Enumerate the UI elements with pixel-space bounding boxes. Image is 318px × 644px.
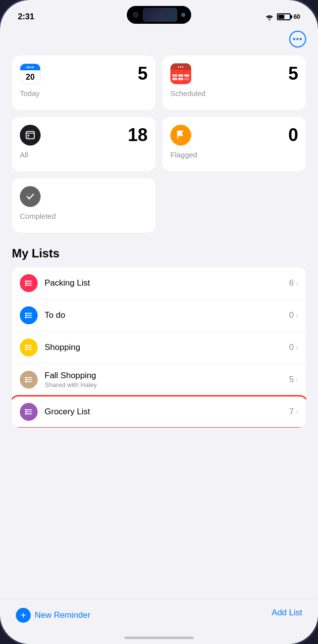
front-camera <box>133 12 139 18</box>
svg-point-31 <box>25 409 27 410</box>
grocery-list-wrapper: Grocery List 7 › <box>12 396 306 428</box>
shopping-list-info: Shopping <box>45 343 289 352</box>
flagged-count: 0 <box>288 126 298 144</box>
packing-list-right: 6 › <box>289 278 298 288</box>
scheduled-card[interactable]: ●●● <box>162 55 306 110</box>
empty-space <box>162 178 306 233</box>
shopping-list-chevron-icon: › <box>296 344 298 351</box>
completed-card-header <box>20 186 148 207</box>
list-item[interactable]: To do 0 › <box>12 299 306 332</box>
svg-point-2 <box>28 135 30 137</box>
battery-level: 60 <box>294 13 300 20</box>
fall-shopping-icon <box>20 371 38 389</box>
more-dots-icon: ••• <box>293 35 303 43</box>
todo-list-icon <box>20 306 38 324</box>
list-item[interactable]: Fall Shopping Shared with Haley 5 › <box>12 364 306 396</box>
phone-frame: 2:31 60 <box>0 0 318 644</box>
scheduled-card-header: ●●● <box>170 63 298 84</box>
scheduled-icon: ●●● <box>170 63 191 84</box>
fall-shopping-count: 5 <box>289 375 294 385</box>
fall-shopping-name: Fall Shopping <box>45 371 289 381</box>
todo-list-name: To do <box>45 310 289 320</box>
status-bar: 2:31 60 <box>0 0 318 27</box>
today-card[interactable]: MON 20 5 Today <box>12 55 156 110</box>
grocery-list-item[interactable]: Grocery List 7 › <box>12 396 306 428</box>
my-lists-title: My Lists <box>12 247 306 260</box>
flagged-card-header: 0 <box>170 125 298 146</box>
today-icon: MON 20 <box>20 63 41 84</box>
todo-list-right: 0 › <box>289 310 298 320</box>
status-time: 2:31 <box>18 12 34 22</box>
grocery-list-name: Grocery List <box>45 407 289 417</box>
more-button[interactable]: ••• <box>289 31 306 48</box>
main-content: ••• MON 20 <box>0 27 318 599</box>
summary-cards-grid: MON 20 5 Today <box>12 55 306 171</box>
fall-shopping-right: 5 › <box>289 375 298 385</box>
wifi-icon <box>265 13 274 20</box>
add-list-button[interactable]: Add List <box>272 608 302 618</box>
scheduled-label: Scheduled <box>170 89 298 98</box>
fall-shopping-subtitle: Shared with Haley <box>45 381 289 389</box>
today-label: Today <box>20 89 148 98</box>
new-reminder-label: New Reminder <box>35 610 90 620</box>
new-reminder-plus-icon: + <box>16 608 31 623</box>
grocery-list-right: 7 › <box>289 407 298 417</box>
grocery-list-chevron-icon: › <box>296 408 298 416</box>
svg-point-14 <box>25 314 27 316</box>
all-count: 18 <box>128 126 148 144</box>
svg-point-8 <box>25 282 27 284</box>
completed-label: Completed <box>20 212 148 220</box>
svg-point-3 <box>28 137 29 139</box>
list-item[interactable]: Shopping 0 › <box>12 332 306 364</box>
svg-point-15 <box>25 317 27 318</box>
svg-point-9 <box>25 285 27 286</box>
lists-container: Packing List 6 › <box>12 267 306 428</box>
shopping-list-right: 0 › <box>289 343 298 352</box>
completed-icon <box>20 186 41 207</box>
svg-point-19 <box>25 345 27 346</box>
svg-point-7 <box>25 280 27 282</box>
svg-point-26 <box>25 379 27 380</box>
grocery-list-icon <box>20 403 38 421</box>
completed-card[interactable]: Completed <box>12 178 156 233</box>
grocery-list-count: 7 <box>289 407 294 417</box>
todo-list-chevron-icon: › <box>296 311 298 319</box>
face-id-dot <box>181 13 185 17</box>
svg-point-20 <box>25 347 27 348</box>
shopping-list-name: Shopping <box>45 343 289 352</box>
today-card-header: MON 20 5 <box>20 63 148 84</box>
list-item[interactable]: Packing List 6 › <box>12 267 306 299</box>
svg-point-25 <box>25 377 27 378</box>
packing-list-info: Packing List <box>45 278 289 288</box>
home-indicator <box>124 637 194 639</box>
svg-point-33 <box>25 413 27 415</box>
status-icons: 60 <box>265 13 300 20</box>
svg-point-0 <box>268 19 270 21</box>
packing-list-count: 6 <box>289 278 294 288</box>
shopping-list-count: 0 <box>289 343 294 352</box>
all-card-header: 18 <box>20 125 148 146</box>
battery-icon <box>277 13 291 20</box>
more-button-row: ••• <box>12 31 306 48</box>
packing-list-icon <box>20 274 38 292</box>
scheduled-count: 5 <box>288 65 298 83</box>
flagged-label: Flagged <box>170 150 298 159</box>
new-reminder-button[interactable]: + New Reminder <box>16 608 90 623</box>
grocery-list-info: Grocery List <box>45 407 289 417</box>
today-count: 5 <box>138 65 148 83</box>
flagged-card[interactable]: 0 Flagged <box>162 117 306 171</box>
all-label: All <box>20 150 148 159</box>
dynamic-island-content <box>143 8 177 22</box>
svg-rect-1 <box>26 132 35 139</box>
phone-screen: 2:31 60 <box>0 0 318 644</box>
completed-card-row: Completed <box>12 178 306 233</box>
todo-list-info: To do <box>45 310 289 320</box>
svg-point-27 <box>25 381 27 383</box>
svg-point-21 <box>25 349 27 350</box>
dynamic-island <box>127 6 191 24</box>
packing-list-name: Packing List <box>45 278 289 288</box>
all-card[interactable]: 18 All <box>12 117 156 171</box>
shopping-list-icon <box>20 339 38 356</box>
fall-shopping-chevron-icon: › <box>296 376 298 384</box>
all-icon <box>20 125 41 146</box>
